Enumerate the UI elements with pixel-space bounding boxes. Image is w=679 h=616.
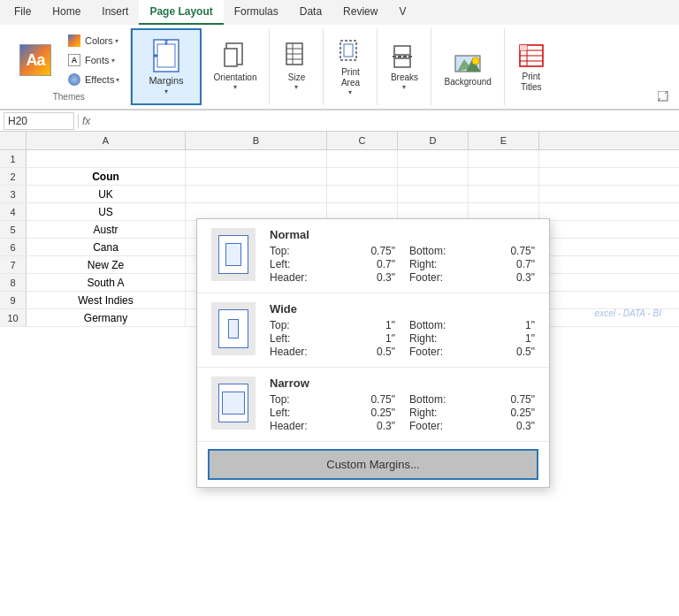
- row-header-spacer: [0, 132, 27, 149]
- margin-normal-details: Top:0.75" Bottom:0.75" Left:0.7" Right:0…: [270, 245, 535, 284]
- col-header-b: B: [186, 132, 327, 149]
- breaks-button[interactable]: Breaks ▾: [385, 39, 423, 95]
- fonts-arrow: ▾: [111, 57, 115, 65]
- themes-icon: Aa: [19, 44, 51, 76]
- margin-narrow-details: Top:0.75" Bottom:0.75" Left:0.25" Right:…: [270, 393, 535, 432]
- colors-label: Colors: [85, 35, 113, 46]
- orientation-icon: [221, 42, 249, 71]
- themes-sub-buttons: Colors ▾ A Fonts ▾ Effects: [64, 32, 123, 88]
- group-expand-icon[interactable]: [654, 28, 672, 105]
- cell-c1[interactable]: [327, 150, 398, 167]
- margin-wide-title: Wide: [270, 302, 535, 316]
- cell-a5[interactable]: Austr: [27, 221, 186, 238]
- svg-rect-29: [520, 45, 527, 50]
- cell-a3[interactable]: UK: [27, 186, 186, 202]
- colors-arrow: ▾: [115, 37, 118, 45]
- table-row: 1: [0, 150, 679, 168]
- cell-a1[interactable]: [27, 150, 186, 167]
- spreadsheet: A B C D E 1 2 Coun 3 UK 4 US: [0, 132, 679, 327]
- column-header-row: A B C D E: [0, 132, 679, 150]
- orientation-group: Orientation ▾: [202, 28, 271, 105]
- print-area-button[interactable]: PrintArea ▾: [331, 34, 370, 100]
- row-num-10: 10: [0, 309, 27, 326]
- cell-d1[interactable]: [398, 150, 469, 167]
- breaks-label: Breaks: [391, 72, 418, 83]
- themes-button[interactable]: Aa: [14, 41, 57, 80]
- cell-a10[interactable]: Germany: [27, 309, 186, 326]
- row-num-4: 4: [0, 203, 27, 220]
- row-num-2: 2: [0, 168, 27, 185]
- cell-a4[interactable]: US: [27, 203, 186, 220]
- size-label: Size: [288, 72, 305, 83]
- formula-bar: H20 fx: [0, 110, 679, 132]
- background-icon: [454, 47, 482, 75]
- margin-normal-preview: [211, 228, 256, 281]
- row-num-7: 7: [0, 256, 27, 273]
- print-titles-button[interactable]: PrintTitles: [512, 38, 551, 96]
- row-num-1: 1: [0, 150, 27, 167]
- tab-insert[interactable]: Insert: [91, 0, 139, 25]
- colors-icon: [67, 34, 81, 48]
- cell-d3[interactable]: [398, 186, 469, 202]
- tab-formulas[interactable]: Formulas: [224, 0, 289, 25]
- effects-button[interactable]: Effects ▾: [64, 71, 123, 88]
- background-button[interactable]: Background: [439, 43, 496, 91]
- margin-narrow-info: Narrow Top:0.75" Bottom:0.75" Left:0.25"…: [270, 376, 535, 432]
- cell-e3[interactable]: [469, 186, 539, 202]
- cell-a9[interactable]: West Indies: [27, 292, 186, 308]
- cell-a2[interactable]: Coun: [27, 168, 186, 185]
- cell-d2[interactable]: [398, 168, 469, 185]
- cell-c2[interactable]: [327, 168, 398, 185]
- margin-wide-preview: [211, 302, 256, 355]
- print-titles-icon: [517, 42, 545, 70]
- row-num-5: 5: [0, 221, 27, 238]
- margins-icon: [149, 38, 183, 75]
- tab-home[interactable]: Home: [42, 0, 91, 25]
- cell-a8[interactable]: South A: [27, 274, 186, 291]
- cell-b2[interactable]: [186, 168, 327, 185]
- orientation-label: Orientation: [214, 72, 257, 83]
- cell-a6[interactable]: Cana: [27, 239, 186, 255]
- margin-option-wide[interactable]: Wide Top:1" Bottom:1" Left:1" Right:1" H…: [197, 293, 549, 368]
- size-button[interactable]: Size ▾: [277, 39, 316, 95]
- fonts-label: Fonts: [85, 55, 110, 65]
- custom-margins-button[interactable]: Custom Margins...: [208, 449, 538, 480]
- tab-file[interactable]: File: [4, 0, 42, 25]
- cell-c3[interactable]: [327, 186, 398, 202]
- name-box[interactable]: H20: [4, 112, 74, 130]
- margin-option-normal[interactable]: Normal Top:0.75" Bottom:0.75" Left:0.7" …: [197, 219, 549, 293]
- cell-b1[interactable]: [186, 150, 327, 167]
- orientation-button[interactable]: Orientation ▾: [209, 39, 263, 95]
- table-row: 2 Coun: [0, 168, 679, 186]
- cell-b3[interactable]: [186, 186, 327, 202]
- cell-e2[interactable]: [469, 168, 539, 185]
- tab-data[interactable]: Data: [289, 0, 332, 25]
- fx-label: fx: [82, 115, 90, 127]
- effects-label: Effects: [85, 74, 114, 85]
- colors-button[interactable]: Colors ▾: [64, 32, 123, 49]
- themes-group-label: Themes: [53, 88, 85, 102]
- breaks-icon: [390, 42, 418, 71]
- col-header-c: C: [327, 132, 398, 149]
- name-box-divider: [78, 114, 79, 128]
- row-num-8: 8: [0, 274, 27, 291]
- row-num-3: 3: [0, 186, 27, 202]
- cell-a7[interactable]: New Ze: [27, 256, 186, 273]
- col-header-d: D: [398, 132, 469, 149]
- col-header-e: E: [469, 132, 539, 149]
- fonts-button[interactable]: A Fonts ▾: [64, 51, 123, 69]
- tab-page-layout[interactable]: Page Layout: [139, 0, 223, 25]
- formula-input[interactable]: [94, 113, 675, 129]
- margin-option-narrow[interactable]: Narrow Top:0.75" Bottom:0.75" Left:0.25"…: [197, 368, 549, 442]
- tab-more[interactable]: V: [388, 0, 416, 25]
- row-num-6: 6: [0, 239, 27, 255]
- background-group: Background: [431, 28, 504, 105]
- effects-icon: [67, 72, 81, 87]
- margin-narrow-preview: [211, 376, 256, 430]
- margins-group: Margins ▾: [131, 28, 201, 105]
- print-titles-group: PrintTitles: [505, 28, 558, 105]
- cell-e1[interactable]: [469, 150, 539, 167]
- margins-button[interactable]: Margins ▾: [143, 34, 188, 98]
- margin-normal-info: Normal Top:0.75" Bottom:0.75" Left:0.7" …: [270, 228, 535, 284]
- tab-review[interactable]: Review: [332, 0, 388, 25]
